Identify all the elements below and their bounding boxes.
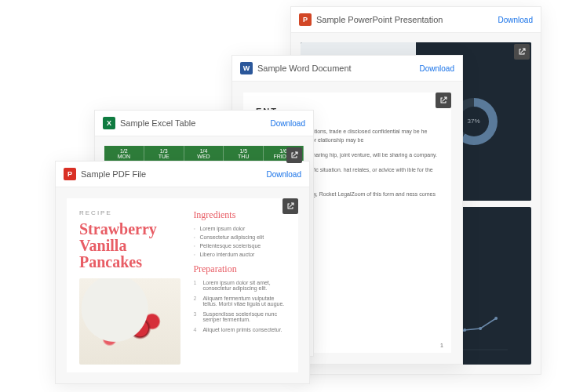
card-header: W Sample Word Document Download bbox=[232, 56, 462, 82]
svg-point-3 bbox=[479, 327, 482, 330]
page-number: 1 bbox=[440, 341, 443, 350]
open-external-icon[interactable] bbox=[514, 44, 530, 60]
powerpoint-icon: P bbox=[299, 13, 312, 26]
word-icon: W bbox=[240, 62, 253, 74]
download-link[interactable]: Download bbox=[420, 64, 454, 73]
card-title: Sample PDF File bbox=[81, 169, 267, 179]
open-external-icon[interactable] bbox=[282, 198, 298, 214]
card-header: X Sample Excel Table Download bbox=[95, 111, 313, 136]
recipe-image bbox=[79, 278, 180, 365]
ingredient-item: Lorem ipsum dolor bbox=[193, 226, 286, 231]
donut-label: 37% bbox=[467, 118, 479, 125]
card-title: Sample Word Document bbox=[257, 64, 420, 73]
excel-icon: X bbox=[103, 117, 115, 129]
prep-step: Aliquet lorem primis consectetur. bbox=[193, 327, 286, 332]
open-external-icon[interactable] bbox=[436, 93, 451, 108]
card-title: Sample Excel Table bbox=[120, 118, 271, 128]
open-external-icon[interactable] bbox=[286, 147, 302, 163]
pdf-preview-card: P Sample PDF File Download RECIPE Strawb… bbox=[55, 161, 310, 384]
card-header: P Sample PDF File Download bbox=[56, 162, 309, 187]
prep-step: Lorem ipsum dolor sit amet, consectetur … bbox=[193, 280, 286, 291]
ingredient-item: Libero interdum auctor bbox=[193, 252, 286, 257]
prep-step: Suspendisse scelerisque nunc semper ferm… bbox=[193, 311, 286, 322]
download-link[interactable]: Download bbox=[271, 119, 305, 128]
download-link[interactable]: Download bbox=[267, 170, 301, 179]
ingredient-item: Consectetur adipiscing elit bbox=[193, 234, 286, 240]
card-title: Sample PowerPoint Presentation bbox=[316, 15, 498, 24]
pdf-icon: P bbox=[64, 168, 76, 180]
prep-step: Aliquam fermentum vulputate tellus. Morb… bbox=[193, 296, 286, 307]
recipe-title: Strawberry Vanilla Pancakes bbox=[79, 221, 180, 270]
ingredients-heading: Ingredients bbox=[193, 209, 286, 221]
ingredient-item: Pellentesque scelerisque bbox=[193, 243, 286, 249]
card-header: P Sample PowerPoint Presentation Downloa… bbox=[291, 7, 541, 33]
preparation-heading: Preparation bbox=[193, 263, 286, 275]
svg-point-4 bbox=[494, 317, 498, 320]
card-body: RECIPE Strawberry Vanilla Pancakes Ingre… bbox=[56, 187, 309, 383]
recipe-kicker: RECIPE bbox=[79, 209, 180, 216]
pdf-page: RECIPE Strawberry Vanilla Pancakes Ingre… bbox=[67, 198, 298, 372]
download-link[interactable]: Download bbox=[498, 16, 533, 24]
svg-point-2 bbox=[463, 328, 466, 332]
